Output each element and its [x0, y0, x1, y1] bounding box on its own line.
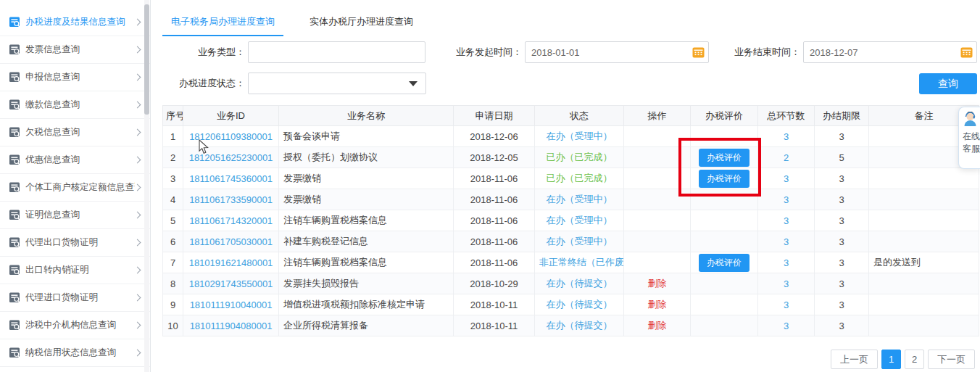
pagination: 上一页 12 下一页 [831, 350, 975, 369]
column-header: 业务名称 [279, 106, 454, 126]
business-type-input[interactable] [248, 41, 425, 63]
prev-page-button[interactable]: 上一页 [831, 350, 878, 369]
sidebar-item[interactable]: 申报信息查询 [0, 64, 150, 91]
sidebar-item[interactable]: 证明信息查询 [0, 202, 150, 229]
sidebar-item-label: 纳税信用状态信息查询 [25, 347, 116, 359]
total-steps-link[interactable]: 3 [784, 299, 789, 310]
next-page-button[interactable]: 下一页 [928, 350, 975, 369]
cell-evaluate: 办税评价 [691, 147, 758, 168]
cell-remark [869, 189, 979, 210]
cell-business-name: 发票缴销 [279, 189, 454, 210]
sidebar-item[interactable]: 发票信息查询 [0, 36, 150, 64]
business-id-link[interactable]: 1810191621480001 [189, 257, 273, 268]
total-steps-link[interactable]: 3 [784, 257, 789, 268]
tax-evaluate-button[interactable]: 办税评价 [699, 254, 749, 272]
cell-apply-date: 2018-10-11 [454, 315, 535, 336]
total-steps-link[interactable]: 3 [784, 194, 789, 205]
cell-seq: 1 [163, 126, 183, 147]
total-steps-link[interactable]: 3 [784, 278, 789, 289]
end-time-input[interactable] [803, 41, 977, 63]
total-steps-link[interactable]: 3 [784, 321, 789, 331]
cell-evaluate [691, 210, 758, 231]
sidebar-item[interactable]: 出口转内销证明 [0, 257, 150, 284]
sidebar-item[interactable]: 缴款信息查询 [0, 91, 150, 119]
cell-business-name: 补建车购税登记信息 [279, 231, 454, 252]
cell-status: 已办（已完成） [535, 147, 624, 168]
total-steps-link[interactable]: 3 [784, 131, 789, 142]
cell-action [624, 168, 691, 189]
total-steps-link[interactable]: 3 [784, 215, 789, 226]
status-text: 已办（已完成） [547, 152, 612, 162]
sidebar-item-label: 发票信息查询 [25, 44, 80, 56]
cell-apply-date: 2018-10-11 [454, 294, 535, 315]
status-text: 非正常终结（已作废） [539, 257, 624, 268]
business-id-link[interactable]: 1811061733590001 [189, 194, 273, 205]
business-id-link[interactable]: 1812051625230001 [189, 152, 273, 163]
table-row: 101810111904080001企业所得税清算报备2018-10-11在办（… [163, 315, 979, 336]
doc-search-icon [9, 264, 21, 276]
chevron-right-icon [134, 184, 141, 191]
business-id-link[interactable]: 1811061705030001 [189, 236, 273, 247]
cell-business-id: 1812051625230001 [183, 147, 279, 168]
sidebar-item[interactable]: 代理出口货物证明 [0, 229, 150, 257]
cell-status: 在办（待提交） [535, 315, 624, 336]
status-text: 在办（受理中） [547, 194, 612, 204]
business-id-link[interactable]: 1810111910040001 [190, 299, 273, 310]
start-time-input[interactable] [525, 41, 709, 63]
chevron-right-icon [134, 102, 141, 109]
column-header: 操作 [624, 106, 691, 126]
sidebar-item[interactable]: 欠税信息查询 [0, 119, 150, 146]
tax-evaluate-button[interactable]: 办税评价 [699, 170, 749, 188]
cell-deadline: 3 [815, 168, 869, 189]
chevron-down-icon[interactable] [409, 81, 418, 86]
total-steps-link[interactable]: 3 [784, 173, 789, 184]
cell-action: 删除 [624, 294, 691, 315]
query-button[interactable]: 查询 [919, 73, 977, 94]
delete-link[interactable]: 删除 [648, 278, 667, 289]
calendar-icon[interactable] [960, 46, 973, 58]
page-number-button[interactable]: 1 [881, 350, 901, 369]
cell-business-id: 1811061714320001 [183, 210, 279, 231]
sidebar-item[interactable]: 个体工商户核定定额信息查询 [0, 174, 150, 202]
doc-search-icon [9, 209, 21, 221]
start-time-label: 业务发起时间： [435, 41, 522, 63]
cell-evaluate [691, 126, 758, 147]
business-id-link[interactable]: 1810291743550001 [189, 278, 273, 289]
delete-link[interactable]: 删除 [648, 299, 667, 310]
doc-search-icon [9, 126, 21, 139]
cell-status: 在办（待提交） [535, 273, 624, 294]
progress-status-select[interactable] [248, 73, 426, 94]
cell-seq: 7 [163, 252, 183, 273]
sidebar-item[interactable]: 优惠信息查询 [0, 146, 150, 174]
business-id-link[interactable]: 1811061714320001 [189, 215, 273, 226]
sidebar-item[interactable]: 代理进口货物证明 [0, 284, 150, 312]
table-body: 11812061109380001预备会谈申请2018-12-06在办（受理中）… [163, 126, 979, 336]
sidebar-scrollbar-thumb[interactable] [144, 4, 149, 115]
results-table-wrap: 序号业务ID业务名称申请日期状态操作办税评价总环节数办结期限备注 1181206… [162, 105, 979, 336]
business-id-link[interactable]: 1812061109380001 [189, 131, 273, 142]
calendar-icon[interactable] [692, 46, 705, 58]
online-service-widget[interactable]: 在线客服 [958, 107, 980, 169]
tab-electronic-tax-bureau[interactable]: 电子税务局办理进度查询 [162, 14, 283, 36]
table-row: 21812051625230001授权（委托）划缴协议2018-12-05已办（… [163, 147, 979, 168]
sidebar-item[interactable]: 涉税中介机构信息查询 [0, 312, 150, 339]
cell-evaluate [691, 294, 758, 315]
delete-link[interactable]: 删除 [648, 320, 667, 331]
cell-status: 在办（受理中） [535, 231, 624, 252]
total-steps-link[interactable]: 3 [784, 236, 789, 247]
business-id-link[interactable]: 1810111904080001 [190, 321, 273, 331]
sidebar-item-label: 优惠信息查询 [25, 154, 80, 166]
sidebar-item[interactable]: 纳税信用状态信息查询 [0, 339, 150, 367]
doc-search-icon [9, 16, 21, 28]
table-row: 81810291743550001发票挂失损毁报告2018-10-29在办（待提… [163, 273, 979, 294]
business-id-link[interactable]: 1811061745360001 [189, 173, 273, 184]
total-steps-link[interactable]: 2 [784, 152, 789, 163]
sidebar-item[interactable]: 办税进度及结果信息查询 [0, 9, 150, 36]
tab-physical-tax-hall[interactable]: 实体办税厅办理进度查询 [301, 14, 422, 36]
table-row: 71810191621480001注销车辆购置税档案信息2018-11-06非正… [163, 252, 979, 273]
tax-evaluate-button[interactable]: 办税评价 [699, 149, 749, 167]
cell-apply-date: 2018-11-06 [454, 231, 535, 252]
sidebar-item-label: 办税进度及结果信息查询 [25, 16, 125, 28]
sidebar-item-label: 证明信息查询 [25, 209, 80, 221]
page-number-button[interactable]: 2 [905, 350, 924, 369]
